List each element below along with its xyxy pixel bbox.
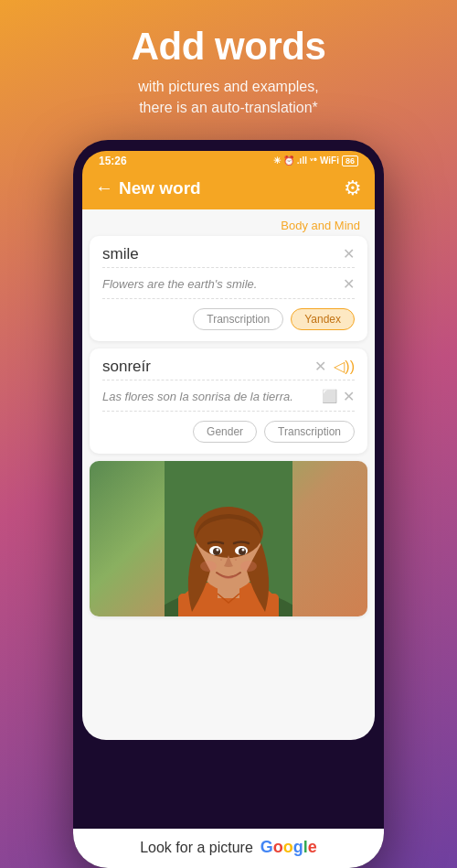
translation-example[interactable]: Las flores son la sonrisa de la tierra.: [102, 390, 316, 403]
alarm-icon: ⏰: [283, 155, 294, 166]
word-buttons: Transcription Yandex: [102, 299, 355, 330]
gender-button[interactable]: Gender: [193, 421, 257, 443]
word-image: [90, 461, 367, 616]
translation-example-row: Las flores son la sonrisa de la tierra. …: [102, 380, 355, 412]
app-bar-title: New word: [119, 178, 201, 198]
app-bar: ← New word ⚙: [82, 169, 375, 209]
settings-icon[interactable]: ⚙: [344, 177, 362, 200]
back-button[interactable]: ←: [95, 177, 113, 198]
translation-input-row: sonreír ✕ ◁)): [102, 348, 355, 380]
clear-example-button[interactable]: ✕: [343, 275, 355, 293]
status-bar: 15:26 ✳ ⏰ .ıll ᵛᵒ WiFi 86: [82, 151, 375, 169]
clear-trans-example-button[interactable]: ✕: [343, 388, 355, 405]
vo-icon: ᵛᵒ: [310, 156, 317, 166]
yandex-button[interactable]: Yandex: [291, 308, 355, 330]
wifi-icon: WiFi: [320, 155, 339, 166]
transcription-button[interactable]: Transcription: [193, 308, 283, 330]
status-time: 15:26: [99, 155, 127, 167]
status-icons: ✳ ⏰ .ıll ᵛᵒ WiFi 86: [273, 155, 358, 166]
trans-transcription-button[interactable]: Transcription: [264, 421, 355, 443]
clear-word-button[interactable]: ✕: [343, 245, 355, 263]
example-row: Flowers are the earth's smile. ✕: [102, 268, 355, 299]
svg-point-16: [235, 559, 237, 561]
clear-translation-button[interactable]: ✕: [314, 358, 326, 375]
translation-section: sonreír ✕ ◁)) Las flores son la sonrisa …: [90, 348, 367, 454]
svg-point-13: [200, 561, 217, 572]
svg-point-12: [242, 548, 245, 551]
promo-title: Add words: [18, 26, 439, 68]
category-label[interactable]: Body and Mind: [82, 209, 375, 236]
sound-button[interactable]: ◁)): [334, 358, 355, 375]
person-image: [165, 461, 292, 616]
promo-subtitle: with pictures and examples,there is an a…: [18, 77, 439, 118]
translation-buttons: Gender Transcription: [102, 412, 355, 443]
screen-content: Body and Mind smile ✕ Flowers are the ea…: [82, 209, 375, 740]
phone-wrapper: 15:26 ✳ ⏰ .ıll ᵛᵒ WiFi 86 ← New word ⚙: [64, 140, 393, 868]
signal-icon: .ıll: [297, 155, 307, 166]
translation-icons: ✕ ◁)): [314, 358, 355, 375]
bluetooth-icon: ✳: [273, 155, 281, 166]
translation-word[interactable]: sonreír: [102, 358, 151, 376]
word-section: smile ✕ Flowers are the earth's smile. ✕…: [90, 236, 367, 341]
image-section: [90, 461, 367, 616]
svg-point-15: [220, 559, 222, 561]
word-input-row: smile ✕: [102, 236, 355, 268]
word-input[interactable]: smile: [102, 245, 139, 263]
example-text[interactable]: Flowers are the earth's smile.: [102, 277, 257, 291]
battery-icon: 86: [342, 155, 358, 166]
phone-screen: 15:26 ✳ ⏰ .ıll ᵛᵒ WiFi 86 ← New word ⚙: [82, 151, 375, 740]
copy-icon[interactable]: ⬜: [322, 389, 337, 403]
promo-section: Add words with pictures and examples,the…: [0, 0, 457, 127]
svg-point-11: [217, 548, 219, 551]
svg-point-14: [240, 561, 257, 572]
phone-frame: 15:26 ✳ ⏰ .ıll ᵛᵒ WiFi 86 ← New word ⚙: [73, 140, 384, 868]
app-bar-left: ← New word: [95, 177, 201, 198]
